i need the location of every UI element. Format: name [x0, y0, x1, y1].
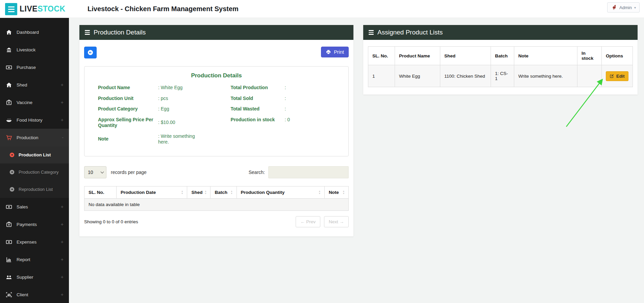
field-total-wasted: Total Wasted : [231, 106, 335, 112]
sidebar-item-client[interactable]: Client + [0, 286, 69, 303]
field-value: : $10.00 [158, 120, 175, 126]
field-value: : [285, 106, 286, 112]
sidebar-item-label: Payments [17, 222, 37, 227]
records-per-page-select[interactable]: 10 [84, 166, 106, 178]
column-header-batch[interactable]: Batch▴▾ [210, 186, 237, 198]
sidebar-item-shed[interactable]: Shed + [0, 76, 69, 94]
column-header-product-name: Product Name [395, 47, 440, 65]
panel-menu-icon [85, 30, 90, 35]
sidebar-subitem-production-list[interactable]: Production List [0, 146, 69, 163]
field-value: : Egg [158, 106, 169, 112]
column-header-batch: Batch [491, 47, 514, 65]
print-button-label: Print [334, 49, 344, 55]
sidebar-item-production[interactable]: Production - [0, 129, 69, 146]
column-header-note[interactable]: Note▴▾ [324, 186, 348, 198]
money-icon [5, 203, 12, 210]
assigned-products-panel-header: Assigned Product Lists [363, 25, 638, 40]
edit-button-label: Edit [616, 74, 625, 79]
field-label: Total Production [231, 85, 285, 91]
column-header-production-quantity[interactable]: Production Quantity▴▾ [237, 186, 324, 198]
arrow-circle-left-icon [87, 49, 94, 56]
sidebar-item-label: Shed [17, 82, 27, 87]
admin-menu-button[interactable]: Admin ▾ [607, 2, 640, 12]
sidebar-item-label: Production [17, 135, 39, 140]
sidebar-item-supplier[interactable]: Supplier + [0, 268, 69, 286]
field-label: Production Unit [98, 96, 158, 102]
sidebar-nav: Dashboard Livestock Purchase Shed + Vacc… [0, 18, 69, 303]
expand-indicator: + [61, 100, 64, 105]
field-note: Note : Write something here. [98, 133, 231, 145]
column-header-shed: Shed [440, 47, 491, 65]
food-icon [5, 117, 12, 123]
sidebar-item-expenses[interactable]: Expenses + [0, 233, 69, 251]
sidebar-item-dashboard[interactable]: Dashboard [0, 23, 69, 41]
field-product-category: Product Category : Egg [98, 106, 231, 112]
cart-icon [5, 134, 12, 141]
sidebar-item-label: Supplier [17, 275, 33, 280]
sidebar-item-label: Purchase [17, 65, 36, 70]
sidebar-item-payments[interactable]: Payments + [0, 216, 69, 233]
cell-options: Edit [602, 65, 633, 87]
cell-shed: 1100: Chicken Shed [440, 65, 491, 87]
brand-stock-text: STOCK [38, 4, 66, 14]
field-label: Product Category [98, 106, 158, 112]
sidebar-item-report[interactable]: Report + [0, 251, 69, 268]
search-input[interactable] [268, 166, 349, 178]
sidebar-item-purchase[interactable]: Purchase [0, 58, 69, 76]
sort-icon: ▴▾ [229, 190, 232, 195]
next-page-button[interactable]: Next → [324, 216, 349, 227]
chart-icon [5, 256, 12, 263]
edit-button[interactable]: Edit [606, 71, 628, 81]
expand-indicator: + [61, 257, 64, 262]
entries-info: Showing 0 to 0 of 0 entries [84, 219, 138, 224]
sidebar-item-food-history[interactable]: Food History + [0, 111, 69, 129]
expand-indicator: + [61, 82, 64, 87]
column-header-shed[interactable]: Shed▴▾ [187, 186, 210, 198]
production-table: SL. No. Production Date▴▾ Shed▴▾ Batch▴▾… [84, 186, 349, 211]
expand-indicator: + [61, 117, 64, 123]
sort-icon: ▴▾ [341, 190, 344, 195]
column-header-note: Note [514, 47, 577, 65]
print-button[interactable]: Print [321, 47, 349, 57]
printer-icon [326, 49, 331, 55]
column-header-production-date[interactable]: Production Date▴▾ [117, 186, 187, 198]
expand-indicator: + [61, 292, 64, 297]
sidebar-item-label: Report [17, 257, 30, 262]
assigned-products-panel: Assigned Product Lists SL. No. Product N… [363, 25, 638, 95]
users-icon [5, 274, 12, 280]
rooster-icon [611, 4, 617, 10]
column-header-in-stock: In stock [577, 47, 602, 65]
arrow-circle-icon [9, 169, 15, 175]
sidebar-subitem-label: Production List [19, 152, 51, 157]
field-approx-price: Approx Selling Price Per Quantity : $10.… [98, 117, 231, 129]
prev-page-button[interactable]: ← Prev [296, 216, 320, 227]
field-production-in-stock: Production in stock : 0 [231, 117, 335, 123]
menu-icon [8, 6, 15, 7]
field-value: : [285, 85, 286, 91]
field-label: Production in stock [231, 117, 285, 123]
money-icon [5, 238, 12, 245]
sidebar-subitem-reproduction-list[interactable]: Reproduction List [0, 181, 69, 198]
sidebar-subitem-production-category[interactable]: Production Category [0, 163, 69, 181]
sidebar-toggle-button[interactable] [5, 3, 17, 15]
page-title: Livestock - Chicken Farm Management Syst… [88, 0, 239, 18]
home-icon [5, 81, 12, 88]
column-header-sl-no: SL. No. [84, 186, 117, 198]
home-icon [5, 29, 12, 35]
sidebar-item-vaccine[interactable]: Vaccine + [0, 94, 69, 111]
sidebar-item-label: Food History [17, 118, 43, 123]
sidebar-item-livestock[interactable]: Livestock [0, 41, 69, 58]
panel-menu-icon [369, 30, 374, 35]
empty-row: No data available in table [84, 198, 349, 210]
expand-indicator: + [61, 239, 64, 245]
empty-message: No data available in table [84, 198, 349, 210]
brand-logo[interactable]: LIVESTOCK [20, 0, 66, 18]
sidebar-item-sales[interactable]: Sales + [0, 198, 69, 216]
column-header-options: Options [602, 47, 633, 65]
back-button[interactable] [84, 47, 97, 58]
production-details-card: Production Details Product Name : White … [84, 66, 349, 156]
arrow-circle-icon [9, 152, 15, 158]
brand-live-text: LIVE [20, 4, 38, 14]
sidebar-subitem-label: Reproduction List [19, 187, 53, 192]
production-details-panel-header: Production Details [79, 25, 353, 40]
